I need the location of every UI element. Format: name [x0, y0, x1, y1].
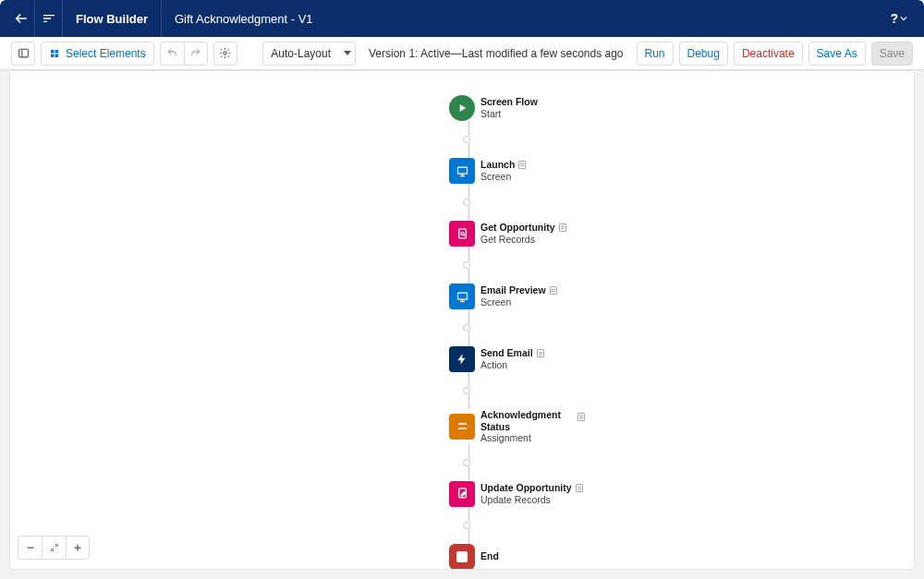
back-button[interactable]	[7, 0, 35, 37]
expand-icon	[49, 542, 60, 553]
add-element-dot[interactable]	[463, 136, 470, 143]
screen-icon	[449, 283, 475, 309]
svg-rect-11	[458, 228, 466, 237]
undo-button[interactable]	[160, 42, 184, 66]
node-update-opportunity[interactable]: Update Opportunity Update Records	[449, 481, 583, 507]
svg-point-12	[460, 232, 463, 235]
action-icon	[449, 346, 475, 372]
select-icon	[49, 48, 60, 59]
end-icon	[449, 544, 475, 570]
help-icon: ?	[890, 11, 898, 26]
save-button[interactable]: Save	[871, 42, 913, 66]
template-badge-icon	[518, 161, 526, 169]
node-title: Email Preview	[480, 284, 557, 296]
node-title: Get Opportunity	[480, 222, 566, 234]
minus-icon	[25, 542, 36, 553]
deactivate-button[interactable]: Deactivate	[734, 42, 803, 66]
add-element-dot[interactable]	[463, 522, 470, 529]
flow-name: Gift Acknowledgment - V1	[162, 12, 326, 26]
select-elements-button[interactable]: Select Elements	[41, 42, 154, 66]
gear-icon	[219, 47, 231, 59]
add-element-dot[interactable]	[463, 324, 470, 332]
chevron-down-icon	[344, 51, 351, 55]
node-ack-status[interactable]: Acknowledgment Status Assignment	[449, 409, 585, 444]
node-subtitle: Get Records	[480, 234, 566, 246]
node-email-preview[interactable]: Email Preview Screen	[449, 283, 557, 309]
template-badge-icon	[578, 413, 585, 421]
node-subtitle: Assignment	[480, 432, 568, 444]
node-title: Screen Flow	[480, 96, 538, 108]
add-element-dot[interactable]	[463, 199, 470, 206]
template-badge-icon	[576, 484, 583, 492]
node-title: Launch	[480, 159, 526, 171]
update-records-icon	[449, 481, 475, 507]
node-subtitle: Update Records	[480, 494, 583, 506]
template-badge-icon	[559, 223, 566, 232]
toolbar: Select Elements Auto-Layout Version 1: A…	[0, 37, 924, 70]
arrow-left-icon	[14, 11, 29, 26]
svg-rect-4	[55, 50, 59, 54]
app-menu-button[interactable]	[35, 0, 63, 37]
assignment-icon	[449, 414, 475, 440]
node-subtitle: Screen	[480, 296, 557, 308]
flow-icon	[42, 11, 56, 26]
node-subtitle: Screen	[480, 171, 526, 183]
svg-rect-8	[457, 167, 467, 174]
chevron-down-icon	[900, 15, 907, 22]
undo-icon	[166, 47, 178, 59]
node-send-email[interactable]: Send Email Action	[449, 346, 544, 372]
node-title: End	[480, 550, 499, 562]
svg-rect-14	[457, 293, 467, 299]
help-button[interactable]: ?	[881, 11, 917, 26]
zoom-out-button[interactable]	[18, 536, 42, 560]
svg-rect-1	[18, 49, 28, 57]
get-records-icon	[449, 221, 475, 247]
settings-button[interactable]	[213, 42, 237, 66]
version-status: Version 1: Active—Last modified a few se…	[369, 47, 624, 60]
node-get-opportunity[interactable]: Get Opportunity Get Records	[449, 221, 566, 247]
undo-redo-group	[160, 42, 208, 66]
svg-rect-5	[51, 54, 55, 57]
svg-rect-3	[51, 50, 55, 54]
app-title: Flow Builder	[63, 0, 162, 37]
zoom-controls	[18, 536, 90, 560]
app-header: Flow Builder Gift Acknowledgment - V1 ?	[0, 0, 924, 37]
fit-screen-button[interactable]	[42, 536, 66, 560]
node-start[interactable]: Screen Flow Start	[449, 95, 538, 121]
add-element-dot[interactable]	[463, 459, 470, 466]
layout-mode-dropdown[interactable]: Auto-Layout	[262, 42, 356, 66]
node-title: Send Email	[480, 347, 544, 359]
svg-line-13	[463, 235, 464, 235]
start-icon	[449, 95, 475, 121]
flow-canvas[interactable]: Screen Flow Start Launch Screen Get Oppo…	[9, 70, 915, 570]
debug-button[interactable]: Debug	[679, 42, 728, 66]
flow-diagram: Screen Flow Start Launch Screen Get Oppo…	[449, 95, 585, 570]
toggle-side-panel-button[interactable]	[11, 42, 35, 66]
add-element-dot[interactable]	[463, 387, 470, 394]
zoom-in-button[interactable]	[66, 536, 90, 560]
node-title: Acknowledgment Status	[480, 409, 568, 432]
node-subtitle: Start	[480, 108, 538, 120]
run-button[interactable]: Run	[637, 42, 674, 66]
template-badge-icon	[550, 286, 557, 295]
node-title: Update Opportunity	[480, 482, 583, 494]
node-subtitle: Action	[480, 359, 544, 371]
plus-icon	[72, 542, 83, 553]
template-badge-icon	[537, 349, 544, 357]
node-end[interactable]: End	[449, 544, 499, 570]
redo-icon	[189, 47, 201, 59]
svg-rect-6	[55, 54, 59, 57]
svg-point-7	[224, 52, 226, 54]
node-launch[interactable]: Launch Screen	[449, 158, 526, 184]
save-as-button[interactable]: Save As	[808, 42, 866, 66]
screen-icon	[449, 158, 475, 184]
add-element-dot[interactable]	[463, 261, 470, 269]
redo-button[interactable]	[184, 42, 208, 66]
panel-icon	[18, 47, 30, 59]
